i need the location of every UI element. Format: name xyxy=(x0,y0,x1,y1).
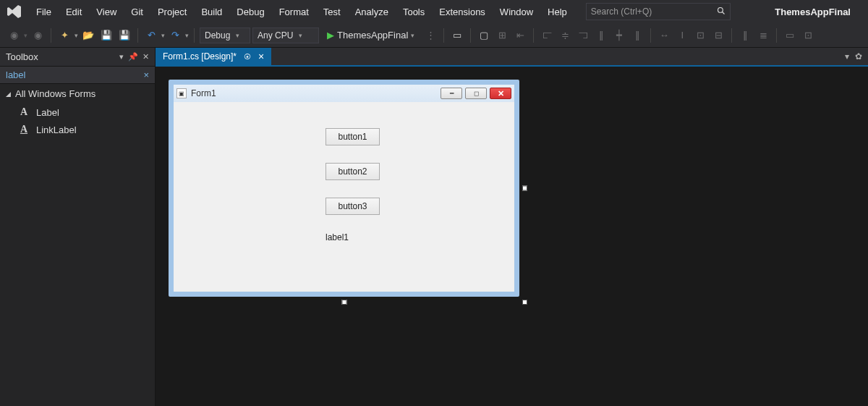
menu-build[interactable]: Build xyxy=(194,3,229,21)
project-name-label: ThemesAppFinal xyxy=(762,7,864,17)
menu-extensions[interactable]: Extensions xyxy=(432,3,493,21)
toolbox-header: Toolbox ▾ 📌 ✕ xyxy=(0,48,155,67)
toolbox-search-row[interactable]: label × xyxy=(0,67,155,84)
center-icon[interactable]: ⊡ xyxy=(800,28,816,43)
spacing-icon-d[interactable]: ⊟ xyxy=(710,28,726,43)
step-button[interactable]: ⋮ xyxy=(422,28,438,43)
align-icon-d[interactable]: ‖ xyxy=(593,28,609,43)
form-button3[interactable]: button3 xyxy=(326,198,380,215)
tab-pin-icon[interactable]: ⦿ xyxy=(244,53,251,61)
form-selection-wrap: ▣ Form1 ━ ◻ ✕ button1 button2 button3 la… xyxy=(169,80,519,297)
align-grid-icon[interactable]: ⊞ xyxy=(494,28,510,43)
toolbox-title: Toolbox xyxy=(6,51,38,62)
align-icon-f[interactable]: ‖ xyxy=(629,28,645,43)
form-button1[interactable]: button1 xyxy=(326,128,380,145)
panel-close-icon[interactable]: ✕ xyxy=(142,52,149,62)
resize-handle-southeast[interactable] xyxy=(522,300,527,305)
linklabel-icon: A xyxy=(19,124,29,135)
form-title: Form1 xyxy=(191,88,216,98)
menu-help[interactable]: Help xyxy=(540,3,574,21)
platform-dropdown[interactable]: Any CPU▾ xyxy=(252,28,319,43)
resize-handle-south[interactable] xyxy=(341,300,346,305)
editor-area: Form1.cs [Design]* ⦿ × ▾ ✿ ▣ Form1 ━ ◻ xyxy=(156,48,868,406)
spacing-icon-c[interactable]: ⊡ xyxy=(692,28,708,43)
tab-form1-design[interactable]: Form1.cs [Design]* ⦿ × xyxy=(156,48,271,65)
resize-handle-east[interactable] xyxy=(522,186,527,191)
align-left-icon[interactable]: ⇤ xyxy=(512,28,528,43)
search-input[interactable] xyxy=(591,7,714,17)
toolbox-item-label[interactable]: A Label xyxy=(0,103,155,121)
form-button2[interactable]: button2 xyxy=(326,163,380,180)
label-icon: A xyxy=(19,106,29,118)
tab-order-icon[interactable]: ▭ xyxy=(782,28,798,43)
search-box[interactable] xyxy=(586,3,731,20)
menubar: File Edit View Git Project Build Debug F… xyxy=(0,0,868,23)
spacing-icon-a[interactable]: ↔ xyxy=(656,28,672,43)
save-button[interactable]: 💾 xyxy=(98,28,114,43)
play-icon: ▶ xyxy=(327,30,334,41)
menu-debug[interactable]: Debug xyxy=(229,3,271,21)
panel-dropdown-icon[interactable]: ▾ xyxy=(119,52,124,62)
menu-tools[interactable]: Tools xyxy=(396,3,432,21)
clear-search-icon[interactable]: × xyxy=(143,69,149,80)
tabstrip-settings-icon[interactable]: ✿ xyxy=(855,51,862,62)
order-icon-a[interactable]: ‖ xyxy=(737,28,753,43)
svg-point-0 xyxy=(718,7,723,12)
redo-button[interactable]: ↷ xyxy=(167,28,183,43)
menu-edit[interactable]: Edit xyxy=(59,3,89,21)
window-maximize-button[interactable]: ◻ xyxy=(465,88,487,99)
form-titlebar: ▣ Form1 ━ ◻ ✕ xyxy=(174,85,514,102)
layout-toolbar-icon-1[interactable]: ▭ xyxy=(449,28,465,43)
document-tabstrip: Form1.cs [Design]* ⦿ × ▾ ✿ xyxy=(156,48,868,67)
svg-line-1 xyxy=(722,12,724,14)
search-icon xyxy=(717,7,726,17)
start-debug-button[interactable]: ▶ ThemesAppFinal ▾ xyxy=(321,28,420,43)
order-icon-b[interactable]: ≣ xyxy=(755,28,771,43)
toolbox-group-header[interactable]: ◢ All Windows Forms xyxy=(0,84,155,103)
configuration-dropdown[interactable]: Debug▾ xyxy=(200,28,250,43)
nav-back-button[interactable]: ◉ xyxy=(6,28,22,43)
toolbox-item-linklabel[interactable]: A LinkLabel xyxy=(0,121,155,138)
align-icon-b[interactable]: ≑ xyxy=(557,28,573,43)
menu-window[interactable]: Window xyxy=(493,3,540,21)
menu-project[interactable]: Project xyxy=(150,3,194,21)
tab-close-icon[interactable]: × xyxy=(258,51,264,62)
pin-icon[interactable]: 📌 xyxy=(128,52,138,62)
form-icon: ▣ xyxy=(176,88,187,98)
menu-test[interactable]: Test xyxy=(316,3,348,21)
menu-view[interactable]: View xyxy=(89,3,124,21)
menu-git[interactable]: Git xyxy=(124,3,150,21)
layout-toolbar-icon-2[interactable]: ▢ xyxy=(476,28,492,43)
open-file-button[interactable]: 📂 xyxy=(80,28,96,43)
toolbox-panel: Toolbox ▾ 📌 ✕ label × ◢ All Windows Form… xyxy=(0,48,156,406)
form-client-area[interactable]: button1 button2 button3 label1 xyxy=(174,102,514,292)
align-icon-e[interactable]: ┿ xyxy=(611,28,627,43)
menu-file[interactable]: File xyxy=(29,3,59,21)
new-item-button[interactable]: ✦ xyxy=(56,28,72,43)
expand-icon: ◢ xyxy=(6,90,11,98)
toolbar: ◉ ▾ ◉ ✦ ▾ 📂 💾 💾 ↶ ▾ ↷ ▾ Debug▾ Any CPU▾ … xyxy=(0,23,868,48)
nav-forward-button[interactable]: ◉ xyxy=(30,28,46,43)
align-icon-c[interactable]: ⫎ xyxy=(575,28,591,43)
spacing-icon-b[interactable]: I xyxy=(674,28,690,43)
align-icon-a[interactable]: ⫍ xyxy=(539,28,555,43)
window-minimize-button[interactable]: ━ xyxy=(441,88,462,99)
save-all-button[interactable]: 💾 xyxy=(116,28,132,43)
form-label1[interactable]: label1 xyxy=(326,232,514,242)
tabstrip-menu-icon[interactable]: ▾ xyxy=(845,51,849,62)
design-surface[interactable]: ▣ Form1 ━ ◻ ✕ button1 button2 button3 la… xyxy=(156,67,868,406)
form1-window[interactable]: ▣ Form1 ━ ◻ ✕ button1 button2 button3 la… xyxy=(169,80,519,297)
menu-format[interactable]: Format xyxy=(272,3,316,21)
window-close-button[interactable]: ✕ xyxy=(490,88,511,99)
vs-logo xyxy=(4,1,25,22)
toolbox-search-value: label xyxy=(6,69,25,80)
menu-analyze[interactable]: Analyze xyxy=(348,3,396,21)
undo-button[interactable]: ↶ xyxy=(143,28,159,43)
